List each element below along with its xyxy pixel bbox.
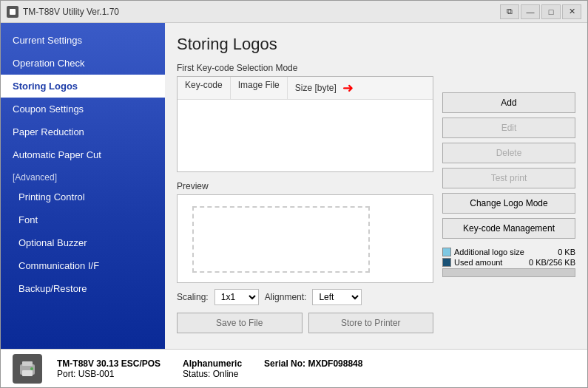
- content-layout: First Key-code Selection Mode Key-code I…: [177, 63, 575, 333]
- used-amount-row: Used amount 0 KB/256 KB: [442, 258, 575, 267]
- selection-mode-label: First Key-code Selection Mode: [177, 63, 433, 73]
- used-amount-color: [442, 258, 451, 267]
- svg-rect-3: [22, 370, 33, 376]
- preview-label: Preview: [177, 181, 433, 191]
- used-amount-value: 0 KB/256 KB: [529, 258, 575, 267]
- close-button[interactable]: ✕: [562, 4, 581, 19]
- additional-logo-label: Additional logo size: [454, 248, 555, 256]
- sidebar: Current Settings Operation Check Storing…: [1, 23, 165, 349]
- alignment-label: Alignment:: [265, 292, 307, 302]
- sidebar-item-printing-control[interactable]: Printing Control: [1, 186, 165, 208]
- printer-port: Port: USB-001: [57, 369, 160, 379]
- mode-group: Alphanumeric Status: Online: [183, 358, 242, 379]
- sidebar-item-communication-if[interactable]: Communication I/F: [1, 254, 165, 277]
- statusbar: TM-T88V 30.13 ESC/POS Port: USB-001 Alph…: [1, 349, 587, 387]
- scaling-select[interactable]: 1x1 1x2 2x1 2x2: [214, 289, 259, 305]
- col-size: Size [byte] ➜: [288, 77, 433, 99]
- main-left: First Key-code Selection Mode Key-code I…: [177, 63, 433, 333]
- logo-info: Additional logo size 0 KB Used amount 0 …: [442, 248, 575, 277]
- preview-dashed-border: [192, 206, 370, 273]
- sidebar-item-current-settings[interactable]: Current Settings: [1, 29, 165, 52]
- delete-button[interactable]: Delete: [442, 143, 575, 163]
- add-button[interactable]: Add: [442, 92, 575, 113]
- change-logo-mode-button[interactable]: Change Logo Mode: [442, 193, 575, 214]
- additional-logo-color: [442, 248, 451, 256]
- key-code-management-button[interactable]: Key-code Management: [442, 218, 575, 239]
- controls-row: Scaling: 1x1 1x2 2x1 2x2 Alignment: Left…: [177, 289, 433, 305]
- bottom-buttons: Save to File Store to Printer: [177, 313, 433, 333]
- alignment-select[interactable]: Left Center Right: [312, 289, 362, 305]
- store-to-printer-button[interactable]: Store to Printer: [308, 313, 434, 333]
- printer-icon: [13, 354, 42, 384]
- status-info: TM-T88V 30.13 ESC/POS Port: USB-001 Alph…: [57, 358, 362, 379]
- right-panel: Add Edit Delete Test print Change Logo M…: [442, 63, 575, 333]
- titlebar-left: TM-T88V Utility Ver.1.70: [7, 6, 119, 18]
- preview-section: Preview: [177, 181, 433, 283]
- main-window: TM-T88V Utility Ver.1.70 ⧉ — □ ✕ Current…: [0, 0, 588, 388]
- app-icon: [7, 6, 18, 18]
- printer-info-group: TM-T88V 30.13 ESC/POS Port: USB-001: [57, 358, 160, 379]
- titlebar: TM-T88V Utility Ver.1.70 ⧉ — □ ✕: [1, 1, 587, 23]
- additional-logo-value: 0 KB: [558, 248, 575, 256]
- sidebar-item-backup-restore[interactable]: Backup/Restore: [1, 277, 165, 300]
- advanced-label: [Advanced]: [1, 166, 165, 186]
- sidebar-item-storing-logos[interactable]: Storing Logos: [1, 75, 165, 98]
- printer-name: TM-T88V 30.13 ESC/POS: [57, 358, 160, 369]
- main-panel: Storing Logos First Key-code Selection M…: [165, 23, 587, 349]
- content-area: Current Settings Operation Check Storing…: [1, 23, 587, 349]
- sidebar-item-automatic-paper-cut[interactable]: Automatic Paper Cut: [1, 143, 165, 166]
- svg-rect-2: [22, 361, 33, 366]
- restore-button[interactable]: ⧉: [500, 4, 519, 19]
- used-amount-label: Used amount: [454, 258, 526, 267]
- sidebar-item-paper-reduction[interactable]: Paper Reduction: [1, 120, 165, 143]
- sidebar-item-optional-buzzer[interactable]: Optional Buzzer: [1, 231, 165, 254]
- page-title: Storing Logos: [177, 35, 575, 54]
- table-header: Key-code Image File Size [byte] ➜: [178, 77, 433, 100]
- svg-rect-0: [10, 9, 16, 15]
- col-keycode: Key-code: [178, 77, 231, 99]
- titlebar-title: TM-T88V Utility Ver.1.70: [23, 7, 119, 17]
- maximize-button[interactable]: □: [541, 4, 561, 19]
- logo-table[interactable]: Key-code Image File Size [byte] ➜: [177, 76, 433, 172]
- serial-group: Serial No: MXDF098848: [264, 358, 362, 379]
- serial-label: Serial No: MXDF098848: [264, 358, 362, 369]
- titlebar-controls: ⧉ — □ ✕: [500, 4, 581, 19]
- sidebar-item-font[interactable]: Font: [1, 208, 165, 231]
- sidebar-item-operation-check[interactable]: Operation Check: [1, 52, 165, 75]
- sidebar-item-coupon-settings[interactable]: Coupon Settings: [1, 98, 165, 120]
- additional-logo-row: Additional logo size 0 KB: [442, 248, 575, 256]
- test-print-button[interactable]: Test print: [442, 168, 575, 188]
- edit-button[interactable]: Edit: [442, 118, 575, 138]
- scaling-label: Scaling:: [177, 292, 209, 302]
- minimize-button[interactable]: —: [521, 4, 540, 19]
- col-imagefile: Image File: [231, 77, 288, 99]
- status-label: Status: Online: [183, 369, 242, 379]
- preview-box: [177, 194, 433, 283]
- mode-label: Alphanumeric: [183, 358, 242, 369]
- save-to-file-button[interactable]: Save to File: [177, 313, 303, 333]
- storage-progress-bar: [442, 268, 575, 277]
- arrow-icon: ➜: [342, 80, 354, 96]
- svg-point-4: [30, 367, 33, 370]
